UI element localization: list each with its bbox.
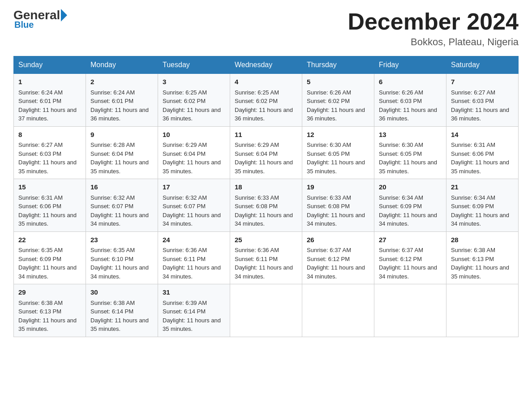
day-info: Sunrise: 6:34 AMSunset: 6:09 PMDaylight:… xyxy=(379,194,437,227)
day-info: Sunrise: 6:29 AMSunset: 6:04 PMDaylight:… xyxy=(235,141,293,175)
day-info: Sunrise: 6:37 AMSunset: 6:12 PMDaylight:… xyxy=(307,247,365,280)
day-info: Sunrise: 6:38 AMSunset: 6:13 PMDaylight:… xyxy=(451,247,509,280)
header: General Blue December 2024 Bokkos, Plate… xyxy=(13,9,519,48)
calendar-day-cell: 21Sunrise: 6:34 AMSunset: 6:09 PMDayligh… xyxy=(446,179,519,232)
day-info: Sunrise: 6:39 AMSunset: 6:14 PMDaylight:… xyxy=(163,300,221,333)
calendar-day-cell: 7Sunrise: 6:27 AMSunset: 6:03 PMDaylight… xyxy=(446,74,519,127)
calendar-day-cell: 18Sunrise: 6:33 AMSunset: 6:08 PMDayligh… xyxy=(230,179,302,232)
calendar-day-cell: 5Sunrise: 6:26 AMSunset: 6:02 PMDaylight… xyxy=(302,74,374,127)
day-info: Sunrise: 6:33 AMSunset: 6:08 PMDaylight:… xyxy=(235,194,293,227)
day-info: Sunrise: 6:33 AMSunset: 6:08 PMDaylight:… xyxy=(307,194,365,227)
logo-area: General Blue xyxy=(13,9,67,30)
day-number: 26 xyxy=(307,235,369,245)
day-info: Sunrise: 6:32 AMSunset: 6:07 PMDaylight:… xyxy=(90,194,149,227)
day-info: Sunrise: 6:24 AMSunset: 6:01 PMDaylight:… xyxy=(18,89,77,122)
day-number: 1 xyxy=(18,77,81,87)
day-number: 15 xyxy=(18,182,81,193)
day-header-thursday: Thursday xyxy=(302,56,374,74)
day-number: 6 xyxy=(379,77,442,87)
calendar-day-cell: 28Sunrise: 6:38 AMSunset: 6:13 PMDayligh… xyxy=(446,231,519,284)
day-info: Sunrise: 6:35 AMSunset: 6:10 PMDaylight:… xyxy=(90,247,149,280)
month-title: December 2024 xyxy=(348,9,519,34)
day-header-tuesday: Tuesday xyxy=(158,56,230,74)
day-number: 14 xyxy=(451,130,514,140)
day-header-monday: Monday xyxy=(86,56,158,74)
day-info: Sunrise: 6:30 AMSunset: 6:05 PMDaylight:… xyxy=(379,141,437,175)
day-info: Sunrise: 6:36 AMSunset: 6:11 PMDaylight:… xyxy=(235,247,293,280)
calendar-day-cell: 19Sunrise: 6:33 AMSunset: 6:08 PMDayligh… xyxy=(302,179,374,232)
calendar-day-cell: 9Sunrise: 6:28 AMSunset: 6:04 PMDaylight… xyxy=(86,126,158,179)
day-info: Sunrise: 6:38 AMSunset: 6:13 PMDaylight:… xyxy=(18,300,77,333)
day-info: Sunrise: 6:36 AMSunset: 6:11 PMDaylight:… xyxy=(163,247,221,280)
calendar-day-cell: 25Sunrise: 6:36 AMSunset: 6:11 PMDayligh… xyxy=(230,231,302,284)
day-number: 23 xyxy=(90,235,153,245)
calendar-day-cell: 16Sunrise: 6:32 AMSunset: 6:07 PMDayligh… xyxy=(86,179,158,232)
day-number: 19 xyxy=(307,182,369,193)
calendar-day-cell: 4Sunrise: 6:25 AMSunset: 6:02 PMDaylight… xyxy=(230,74,302,127)
day-number: 8 xyxy=(18,130,81,140)
day-number: 4 xyxy=(235,77,297,87)
calendar-day-cell xyxy=(374,284,446,337)
day-number: 5 xyxy=(307,77,369,87)
calendar-day-cell: 15Sunrise: 6:31 AMSunset: 6:06 PMDayligh… xyxy=(14,179,86,232)
logo-blue: Blue xyxy=(14,20,34,30)
day-info: Sunrise: 6:31 AMSunset: 6:06 PMDaylight:… xyxy=(18,194,77,227)
calendar-day-cell: 12Sunrise: 6:30 AMSunset: 6:05 PMDayligh… xyxy=(302,126,374,179)
calendar-day-cell: 17Sunrise: 6:32 AMSunset: 6:07 PMDayligh… xyxy=(158,179,230,232)
calendar-day-cell: 2Sunrise: 6:24 AMSunset: 6:01 PMDaylight… xyxy=(86,74,158,127)
day-number: 24 xyxy=(163,235,225,245)
day-number: 3 xyxy=(163,77,225,87)
day-info: Sunrise: 6:27 AMSunset: 6:03 PMDaylight:… xyxy=(18,141,77,175)
calendar-day-cell xyxy=(230,284,302,337)
calendar-day-cell: 3Sunrise: 6:25 AMSunset: 6:02 PMDaylight… xyxy=(158,74,230,127)
day-number: 30 xyxy=(90,287,153,298)
day-info: Sunrise: 6:32 AMSunset: 6:07 PMDaylight:… xyxy=(163,194,221,227)
calendar-week-row: 29Sunrise: 6:38 AMSunset: 6:13 PMDayligh… xyxy=(14,284,519,337)
calendar-day-cell: 29Sunrise: 6:38 AMSunset: 6:13 PMDayligh… xyxy=(14,284,86,337)
day-number: 11 xyxy=(235,130,297,140)
calendar-day-cell: 31Sunrise: 6:39 AMSunset: 6:14 PMDayligh… xyxy=(158,284,230,337)
calendar-day-cell: 8Sunrise: 6:27 AMSunset: 6:03 PMDaylight… xyxy=(14,126,86,179)
day-info: Sunrise: 6:28 AMSunset: 6:04 PMDaylight:… xyxy=(90,141,149,175)
calendar-day-cell xyxy=(446,284,519,337)
location-title: Bokkos, Plateau, Nigeria xyxy=(348,36,519,48)
day-info: Sunrise: 6:26 AMSunset: 6:03 PMDaylight:… xyxy=(379,89,437,122)
day-number: 29 xyxy=(18,287,81,298)
day-number: 27 xyxy=(379,235,442,245)
calendar-day-cell: 23Sunrise: 6:35 AMSunset: 6:10 PMDayligh… xyxy=(86,231,158,284)
day-info: Sunrise: 6:25 AMSunset: 6:02 PMDaylight:… xyxy=(235,89,293,122)
day-number: 18 xyxy=(235,182,297,193)
day-info: Sunrise: 6:29 AMSunset: 6:04 PMDaylight:… xyxy=(163,141,221,175)
day-info: Sunrise: 6:35 AMSunset: 6:09 PMDaylight:… xyxy=(18,247,77,280)
day-header-saturday: Saturday xyxy=(446,56,519,74)
day-number: 2 xyxy=(90,77,153,87)
logo-arrow-icon xyxy=(61,9,67,21)
day-info: Sunrise: 6:38 AMSunset: 6:14 PMDaylight:… xyxy=(90,300,149,333)
calendar-week-row: 15Sunrise: 6:31 AMSunset: 6:06 PMDayligh… xyxy=(14,179,519,232)
day-number: 20 xyxy=(379,182,442,193)
day-number: 22 xyxy=(18,235,81,245)
day-info: Sunrise: 6:37 AMSunset: 6:12 PMDaylight:… xyxy=(379,247,437,280)
day-number: 12 xyxy=(307,130,369,140)
day-header-wednesday: Wednesday xyxy=(230,56,302,74)
day-number: 17 xyxy=(163,182,225,193)
calendar-day-cell: 11Sunrise: 6:29 AMSunset: 6:04 PMDayligh… xyxy=(230,126,302,179)
day-info: Sunrise: 6:25 AMSunset: 6:02 PMDaylight:… xyxy=(163,89,221,122)
day-number: 28 xyxy=(451,235,514,245)
calendar-day-cell: 14Sunrise: 6:31 AMSunset: 6:06 PMDayligh… xyxy=(446,126,519,179)
day-info: Sunrise: 6:24 AMSunset: 6:01 PMDaylight:… xyxy=(90,89,149,122)
day-number: 7 xyxy=(451,77,514,87)
calendar-header-row: SundayMondayTuesdayWednesdayThursdayFrid… xyxy=(14,56,519,74)
calendar-day-cell: 13Sunrise: 6:30 AMSunset: 6:05 PMDayligh… xyxy=(374,126,446,179)
calendar-day-cell: 20Sunrise: 6:34 AMSunset: 6:09 PMDayligh… xyxy=(374,179,446,232)
calendar-day-cell: 24Sunrise: 6:36 AMSunset: 6:11 PMDayligh… xyxy=(158,231,230,284)
calendar-day-cell: 1Sunrise: 6:24 AMSunset: 6:01 PMDaylight… xyxy=(14,74,86,127)
calendar-day-cell: 26Sunrise: 6:37 AMSunset: 6:12 PMDayligh… xyxy=(302,231,374,284)
day-number: 25 xyxy=(235,235,297,245)
day-info: Sunrise: 6:30 AMSunset: 6:05 PMDaylight:… xyxy=(307,141,365,175)
day-number: 21 xyxy=(451,182,514,193)
calendar-table: SundayMondayTuesdayWednesdayThursdayFrid… xyxy=(13,56,519,337)
day-number: 31 xyxy=(163,287,225,298)
day-number: 16 xyxy=(90,182,153,193)
calendar-day-cell: 6Sunrise: 6:26 AMSunset: 6:03 PMDaylight… xyxy=(374,74,446,127)
